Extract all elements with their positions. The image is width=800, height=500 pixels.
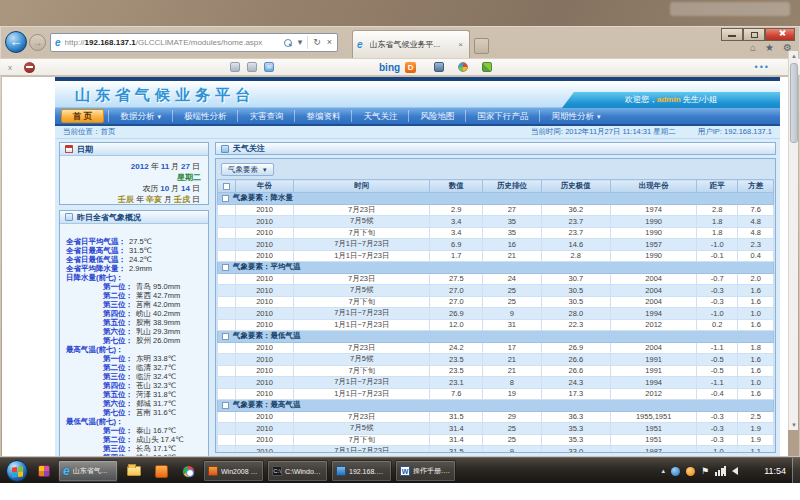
screenshot-bottom-margin	[0, 483, 800, 500]
plugin-camera-icon[interactable]	[434, 62, 444, 72]
taskbar-window-button-0[interactable]: Win2008 (VS2...	[203, 460, 264, 482]
column-header: 时间	[294, 180, 430, 193]
tab-close-icon[interactable]: ×	[456, 40, 465, 49]
browser-window: ← → e http://192.168.137.1/GLCCLIMATE/mo…	[0, 26, 800, 457]
table-row: 20107月下旬23.52126.61991-0.51.6	[218, 365, 774, 377]
nav-item-6[interactable]: 风险地图	[408, 110, 465, 122]
command-bar: x ✉ bing D •••	[0, 58, 800, 76]
nav-item-5[interactable]: 天气关注	[351, 110, 408, 122]
address-separator	[307, 36, 308, 49]
system-tray: ▴ ⚑	[661, 458, 738, 484]
page-body: 日期 2012年11月27日 星期二 农历10月14日 壬辰年辛亥月壬戌日 昨日…	[55, 139, 780, 456]
scroll-up-icon[interactable]: ▲	[790, 51, 798, 61]
search-icon[interactable]	[284, 39, 292, 47]
taskbar-ie-button[interactable]: e 山东省气候业...	[58, 460, 118, 482]
nav-item-1[interactable]: 数据分析▾	[108, 110, 172, 122]
table-row: 20107月1日~7月23日26.9928.01994-1.01.0	[218, 308, 774, 320]
taskbar-window-button-1[interactable]: C:\C:\Windows\s...	[267, 460, 328, 482]
status-right: 当前时间: 2012年11月27日 11:14:31 星期二 用户IP: 192…	[531, 127, 772, 137]
window-controls	[721, 28, 795, 41]
column-header: 出现年份	[611, 180, 697, 193]
element-selector-button[interactable]: 气象要素 ▾	[221, 163, 274, 176]
vs-icon	[208, 466, 218, 476]
rank-item: 第七位：莒南 31.6℃	[66, 408, 204, 417]
start-button[interactable]	[6, 460, 28, 482]
tray-hidden-icons-arrow[interactable]: ▴	[661, 467, 665, 475]
back-button[interactable]: ←	[5, 31, 27, 53]
weather-table-wrap[interactable]: 年份时间数值历史排位历史极值出现年份距平方差气象要素：降水量20107月23日2…	[217, 179, 774, 452]
vertical-scrollbar[interactable]: ▲ ▼	[788, 51, 798, 430]
scroll-down-icon[interactable]: ▼	[790, 420, 798, 430]
taskbar-clock[interactable]: 11:54	[764, 458, 786, 484]
header-checkbox[interactable]	[223, 183, 230, 190]
tray-orange-icon[interactable]	[686, 467, 695, 476]
show-desktop-button[interactable]	[792, 458, 800, 484]
favorites-star-icon[interactable]: ★	[765, 42, 774, 53]
taskbar-orange-app-button[interactable]	[149, 460, 173, 482]
new-tab-button[interactable]	[474, 38, 489, 54]
plugin-card-icon[interactable]	[230, 62, 240, 72]
nav-item-2[interactable]: 极端性分析	[172, 110, 238, 122]
speaker-icon[interactable]	[732, 467, 738, 475]
rank-item: 第一位：泰山 16.7℃	[66, 426, 204, 435]
windows-logo-icon	[12, 466, 23, 477]
minimize-button[interactable]	[721, 28, 743, 41]
pinned-app-icon[interactable]	[32, 460, 56, 482]
plugin-circle-icon[interactable]	[24, 62, 35, 73]
rank-item: 第二位：临清 32.7℃	[66, 363, 204, 372]
table-row: 20107月1日~7月23日31.5933.01987-1.01.1	[218, 446, 774, 453]
close-button[interactable]	[765, 28, 795, 41]
tab-favicon-icon: e	[357, 39, 363, 50]
refresh-icon[interactable]: ↻	[313, 34, 321, 51]
bing-logo[interactable]: bing	[379, 62, 400, 73]
taskbar-browser-app-button[interactable]	[176, 460, 200, 482]
stop-icon[interactable]: ×	[327, 34, 332, 51]
window-button-label: 192.168.59.99...	[349, 468, 387, 475]
round-browser-icon	[182, 465, 195, 478]
mail-envelope-icon[interactable]: ✉	[264, 62, 274, 72]
rank-item: 第七位：胶州 26.0mm	[66, 336, 204, 345]
orange-app-icon	[155, 465, 168, 478]
plugin-card2-icon[interactable]	[247, 62, 257, 72]
group-checkbox[interactable]	[222, 333, 229, 340]
home-icon[interactable]: ⌂	[750, 42, 756, 53]
scrollbar-thumb[interactable]	[790, 63, 798, 143]
taskbar-explorer-button[interactable]	[122, 460, 146, 482]
plugin-color-icon[interactable]	[458, 62, 468, 72]
maximize-button[interactable]	[743, 28, 765, 41]
nav-item-7[interactable]: 国家下行产品	[465, 110, 539, 122]
address-dropdown-icon[interactable]: ▾	[298, 34, 303, 51]
browser-tab[interactable]: e 山东省气候业务平... ×	[352, 30, 470, 58]
action-center-flag-icon[interactable]: ⚑	[701, 466, 709, 476]
window-button-label: C:\Windows\s...	[285, 468, 323, 475]
rdp-icon	[336, 466, 346, 476]
taskbar: e 山东省气候业... Win2008 (VS2...C:\C:\Windows…	[0, 457, 800, 483]
tray-blue-icon[interactable]	[671, 467, 680, 476]
group-checkbox[interactable]	[222, 264, 229, 271]
forward-button[interactable]: →	[29, 34, 46, 51]
nav-item-3[interactable]: 灾害查询	[237, 110, 294, 122]
taskbar-window-button-3[interactable]: W操作手册.docx ...	[395, 460, 456, 482]
plugin-green-icon[interactable]	[482, 62, 492, 72]
d-plugin-badge-icon[interactable]: D	[405, 62, 416, 73]
group-checkbox[interactable]	[222, 195, 229, 202]
commandbar-overflow-icon[interactable]: •••	[755, 62, 770, 72]
nav-item-8[interactable]: 周期性分析▾	[539, 110, 611, 122]
ie-icon: e	[63, 464, 70, 478]
group-checkbox[interactable]	[222, 402, 229, 409]
nav-item-4[interactable]: 整编资料	[294, 110, 351, 122]
nav-item-0[interactable]: 首 页	[61, 109, 104, 123]
table-row: 20101月1日~7月23日1.7212.81990-0.10.4	[218, 250, 774, 262]
date-line-ganzhi: 壬辰年辛亥月壬戌日	[60, 194, 201, 205]
commandbar-close-icon[interactable]: x	[8, 63, 12, 72]
stat-line: 全省日最高气温：31.5℃	[66, 246, 204, 255]
address-bar[interactable]: e http://192.168.137.1/GLCCLIMATE/module…	[50, 33, 338, 52]
rank-item: 第三位：临沂 32.4℃	[66, 372, 204, 381]
main-nav: 首 页数据分析▾极端性分析灾害查询整编资料天气关注风险地图国家下行产品周期性分析…	[55, 108, 780, 126]
table-row: 20107月下旬3.43523.719901.84.8	[218, 227, 774, 239]
date-panel-header: 日期	[60, 143, 208, 156]
date-panel: 日期 2012年11月27日 星期二 农历10月14日 壬辰年辛亥月壬戌日	[59, 142, 209, 205]
page-viewport: 山东省气候业务平台 欢迎您，admin 先生/小姐 首 页数据分析▾极端性分析灾…	[2, 77, 788, 456]
taskbar-window-button-2[interactable]: 192.168.59.99...	[331, 460, 392, 482]
report-icon	[65, 213, 73, 221]
